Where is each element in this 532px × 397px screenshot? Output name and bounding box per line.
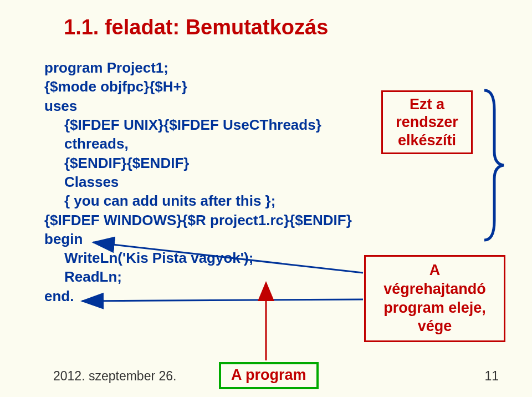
program-label-box: A program: [219, 362, 319, 389]
annotation-line: A: [369, 261, 500, 280]
code-line: Classes: [44, 172, 352, 191]
code-line: {$mode objfpc}{$H+}: [44, 77, 352, 96]
footer-date: 2012. szeptember 26.: [53, 369, 176, 384]
code-line: program Project1;: [44, 58, 352, 77]
annotation-line: program eleje,: [369, 299, 500, 318]
curly-brace-icon: [479, 88, 507, 243]
annotation-line: vége: [369, 317, 500, 336]
code-line: WriteLn('Kis Pista vagyok');: [44, 248, 352, 267]
code-line: { you can add units after this };: [44, 191, 352, 210]
annotation-line: elkészíti: [387, 131, 467, 149]
annotation-line: Ezt a: [387, 95, 467, 113]
code-line: cthreads,: [44, 134, 352, 153]
annotation-box-2: A végrehajtandó program eleje, vége: [364, 255, 505, 342]
code-line: {$ENDIF}{$ENDIF}: [44, 154, 352, 172]
annotation-line: végrehajtandó: [369, 280, 500, 299]
code-line: ReadLn;: [44, 267, 352, 286]
code-block: program Project1; {$mode objfpc}{$H+} us…: [44, 58, 352, 306]
code-line: uses: [44, 96, 352, 115]
footer-page-number: 11: [484, 369, 499, 384]
annotation-line: rendszer: [387, 113, 467, 131]
annotation-box-1: Ezt a rendszer elkészíti: [381, 90, 473, 154]
code-line: {$IFDEF UNIX}{$IFDEF UseCThreads}: [44, 115, 352, 134]
code-line: {$IFDEF WINDOWS}{$R project1.rc}{$ENDIF}: [44, 211, 352, 230]
slide-title: 1.1. feladat: Bemutatkozás: [64, 16, 328, 39]
code-line: end.: [44, 287, 352, 306]
code-line: begin: [44, 230, 352, 248]
